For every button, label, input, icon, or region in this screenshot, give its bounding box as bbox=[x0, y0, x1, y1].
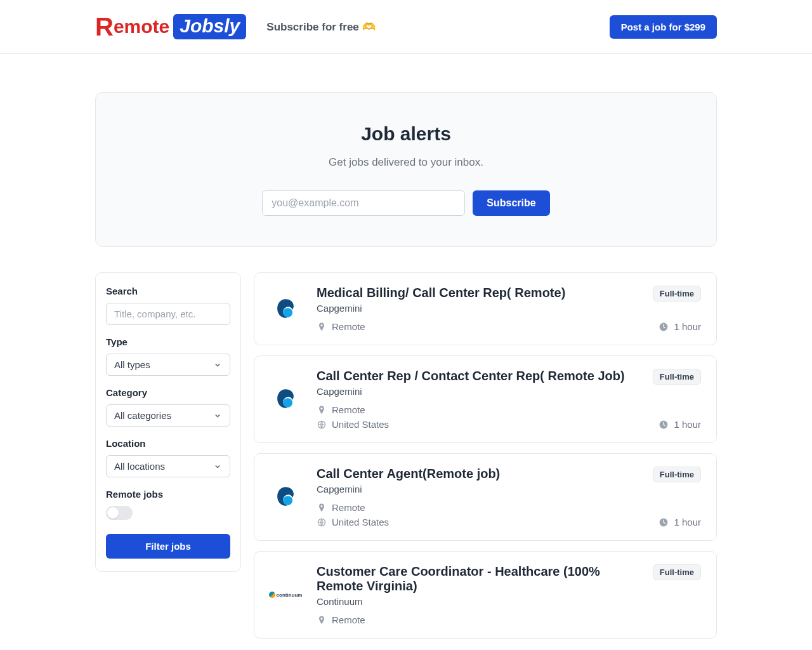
job-company: Capgemini bbox=[317, 484, 500, 494]
continuum-logo: continuum bbox=[269, 592, 303, 598]
logo-r: R bbox=[95, 17, 114, 37]
clock-icon bbox=[658, 322, 669, 332]
globe-icon bbox=[317, 420, 327, 430]
toggle-knob bbox=[107, 507, 119, 519]
job-type-badge: Full-time bbox=[653, 467, 701, 482]
job-type-badge: Full-time bbox=[653, 369, 701, 385]
filter-sidebar: Search Type All types Category All categ… bbox=[95, 272, 241, 572]
type-label: Type bbox=[106, 336, 230, 347]
company-logo bbox=[270, 293, 301, 325]
job-type-badge: Full-time bbox=[653, 286, 701, 302]
job-type-badge: Full-time bbox=[653, 564, 701, 580]
job-title: Call Center Agent(Remote job) bbox=[317, 467, 500, 481]
clock-icon bbox=[658, 420, 669, 430]
job-card[interactable]: Medical Billing/ Call Center Rep( Remote… bbox=[254, 272, 717, 345]
job-time: 1 hour bbox=[674, 321, 701, 332]
jobs-list: Medical Billing/ Call Center Rep( Remote… bbox=[254, 272, 717, 639]
logo-emote: emote bbox=[114, 16, 169, 37]
job-title: Call Center Rep / Contact Center Rep( Re… bbox=[317, 369, 625, 383]
remote-label: Remote jobs bbox=[106, 489, 230, 500]
top-nav: Remote Jobsly Subscribe for free 🫶 Post … bbox=[95, 0, 717, 53]
company-logo: continuum bbox=[270, 579, 301, 611]
type-select[interactable]: All types bbox=[106, 354, 230, 376]
pin-icon bbox=[317, 615, 327, 625]
category-label: Category bbox=[106, 387, 230, 398]
email-input[interactable] bbox=[262, 190, 465, 216]
job-alerts-card: Job alerts Get jobs delivered to your in… bbox=[95, 92, 717, 247]
globe-icon bbox=[317, 517, 327, 527]
job-country: United States bbox=[332, 517, 389, 527]
job-location: Remote bbox=[332, 321, 365, 332]
clock-icon bbox=[658, 517, 669, 527]
remote-toggle[interactable] bbox=[106, 506, 133, 520]
filter-button[interactable]: Filter jobs bbox=[106, 534, 230, 559]
job-location: Remote bbox=[332, 404, 365, 415]
search-label: Search bbox=[106, 286, 230, 296]
svg-point-2 bbox=[283, 398, 292, 408]
job-card[interactable]: Call Center Agent(Remote job)CapgeminiFu… bbox=[254, 453, 717, 541]
site-header: Remote Jobsly Subscribe for free 🫶 Post … bbox=[0, 0, 812, 54]
job-country: United States bbox=[332, 419, 389, 430]
job-time: 1 hour bbox=[674, 419, 701, 430]
company-logo bbox=[270, 481, 301, 513]
job-location: Remote bbox=[332, 502, 365, 513]
job-company: Capgemini bbox=[317, 303, 565, 314]
subscribe-button[interactable]: Subscribe bbox=[473, 190, 549, 216]
job-time: 1 hour bbox=[674, 517, 701, 527]
svg-point-5 bbox=[283, 496, 292, 505]
job-location: Remote bbox=[332, 614, 365, 625]
location-select[interactable]: All locations bbox=[106, 455, 230, 477]
pin-icon bbox=[317, 405, 327, 415]
search-input[interactable] bbox=[106, 303, 230, 325]
logo[interactable]: Remote Jobsly bbox=[95, 14, 246, 39]
job-card[interactable]: continuumCustomer Care Coordinator - Hea… bbox=[254, 551, 717, 639]
company-logo bbox=[270, 383, 301, 415]
pin-icon bbox=[317, 503, 327, 513]
pin-icon bbox=[317, 322, 327, 332]
job-company: Continuum bbox=[317, 596, 645, 607]
post-job-button[interactable]: Post a job for $299 bbox=[610, 15, 717, 39]
job-title: Medical Billing/ Call Center Rep( Remote… bbox=[317, 286, 565, 300]
subscribe-link[interactable]: Subscribe for free 🫶 bbox=[266, 20, 375, 34]
alerts-title: Job alerts bbox=[111, 123, 701, 145]
job-title: Customer Care Coordinator - Healthcare (… bbox=[317, 564, 645, 594]
logo-jobsly: Jobsly bbox=[173, 14, 246, 39]
location-label: Location bbox=[106, 438, 230, 449]
svg-point-0 bbox=[283, 308, 292, 317]
alerts-subtitle: Get jobs delivered to your inbox. bbox=[111, 156, 701, 169]
category-select[interactable]: All categories bbox=[106, 404, 230, 427]
job-card[interactable]: Call Center Rep / Contact Center Rep( Re… bbox=[254, 355, 717, 443]
job-company: Capgemini bbox=[317, 386, 625, 397]
